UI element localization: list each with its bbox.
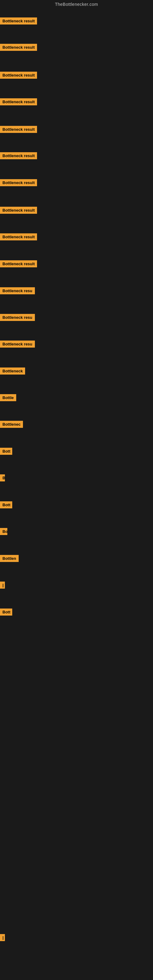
bottleneck-badge-11: Bottleneck resu bbox=[0, 287, 35, 294]
bottleneck-item-20: Bo bbox=[0, 528, 7, 536]
bottleneck-item-14: Bottleneck bbox=[0, 368, 25, 376]
bottleneck-badge-12: Bottleneck resu bbox=[0, 314, 35, 321]
bottleneck-badge-22: | bbox=[0, 582, 5, 589]
bottleneck-badge-7: Bottleneck result bbox=[0, 179, 37, 186]
bottleneck-badge-1: Bottleneck result bbox=[0, 18, 37, 24]
bottleneck-badge-10: Bottleneck result bbox=[0, 260, 37, 267]
bottleneck-item-22: | bbox=[0, 582, 5, 590]
bottleneck-item-19: Bott bbox=[0, 501, 12, 510]
bottleneck-item-3: Bottleneck result bbox=[0, 72, 37, 80]
bottleneck-badge-5: Bottleneck result bbox=[0, 126, 37, 133]
bottleneck-badge-2: Bottleneck result bbox=[0, 44, 37, 51]
bottleneck-badge-16: Bottlenec bbox=[0, 421, 23, 428]
bottleneck-item-26: | bbox=[0, 934, 5, 942]
bottleneck-badge-19: Bott bbox=[0, 501, 12, 508]
bottleneck-badge-9: Bottleneck result bbox=[0, 233, 37, 240]
bottleneck-item-12: Bottleneck resu bbox=[0, 314, 35, 322]
bottleneck-item-17: Bott bbox=[0, 448, 12, 456]
bottleneck-item-16: Bottlenec bbox=[0, 421, 23, 429]
bottleneck-item-6: Bottleneck result bbox=[0, 152, 37, 161]
bottleneck-item-7: Bottleneck result bbox=[0, 179, 37, 188]
bottleneck-badge-6: Bottleneck result bbox=[0, 152, 37, 159]
bottleneck-badge-21: Bottlen bbox=[0, 555, 19, 562]
bottleneck-item-23: Bott bbox=[0, 609, 12, 617]
bottleneck-item-1: Bottleneck result bbox=[0, 18, 37, 26]
bottleneck-badge-15: Bottle bbox=[0, 394, 16, 401]
bottleneck-item-4: Bottleneck result bbox=[0, 98, 37, 107]
bottleneck-item-5: Bottleneck result bbox=[0, 126, 37, 134]
bottleneck-item-21: Bottlen bbox=[0, 555, 19, 563]
bottleneck-badge-18: B bbox=[0, 474, 5, 481]
bottleneck-item-9: Bottleneck result bbox=[0, 233, 37, 242]
bottleneck-badge-26: | bbox=[0, 934, 5, 941]
bottleneck-badge-3: Bottleneck result bbox=[0, 72, 37, 79]
bottleneck-item-13: Bottleneck resu bbox=[0, 340, 35, 349]
bottleneck-badge-14: Bottleneck bbox=[0, 368, 25, 375]
site-title: TheBottlenecker.com bbox=[0, 0, 153, 9]
bottleneck-item-11: Bottleneck resu bbox=[0, 287, 35, 296]
bottleneck-badge-4: Bottleneck result bbox=[0, 98, 37, 105]
bottleneck-badge-17: Bott bbox=[0, 448, 12, 455]
bottleneck-badge-23: Bott bbox=[0, 609, 12, 616]
bottleneck-badge-13: Bottleneck resu bbox=[0, 340, 35, 348]
bottleneck-item-18: B bbox=[0, 474, 5, 483]
bottleneck-item-8: Bottleneck result bbox=[0, 207, 37, 215]
bottleneck-item-10: Bottleneck result bbox=[0, 260, 37, 269]
bottleneck-badge-20: Bo bbox=[0, 528, 7, 535]
bottleneck-badge-8: Bottleneck result bbox=[0, 207, 37, 214]
bottleneck-item-15: Bottle bbox=[0, 394, 16, 402]
bottleneck-item-2: Bottleneck result bbox=[0, 44, 37, 52]
